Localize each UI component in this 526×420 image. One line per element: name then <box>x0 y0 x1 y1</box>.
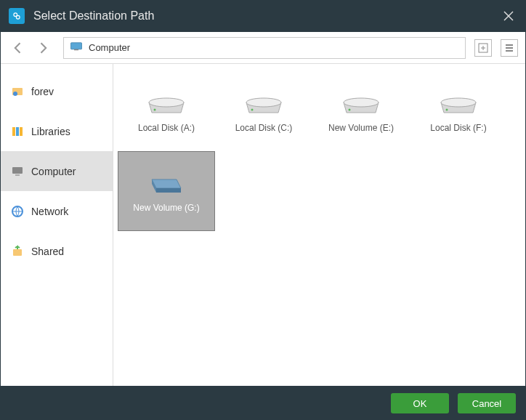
shared-icon <box>11 245 24 258</box>
svg-point-23 <box>154 109 156 111</box>
sidebar-item-network[interactable]: Network <box>1 191 113 231</box>
sidebar-item-libraries[interactable]: Libraries <box>1 111 113 151</box>
network-icon <box>11 205 24 218</box>
forward-button[interactable] <box>33 38 53 58</box>
svg-point-13 <box>13 92 17 96</box>
volume-icon <box>145 169 188 198</box>
svg-rect-5 <box>74 49 78 50</box>
computer-icon <box>70 41 83 54</box>
sidebar-item-shared[interactable]: Shared <box>1 231 113 271</box>
svg-rect-21 <box>13 249 22 256</box>
sidebar-item-label: Libraries <box>31 126 70 137</box>
svg-rect-18 <box>15 174 20 176</box>
window-title: Select Destination Path <box>33 9 500 23</box>
sidebar-item-label: Network <box>31 206 68 217</box>
body: forev Libraries Computer Network <box>1 64 525 386</box>
drive-item[interactable]: Local Disk (F:) <box>410 71 507 151</box>
sidebar: forev Libraries Computer Network <box>1 64 113 386</box>
drive-label: New Volume (E:) <box>328 123 394 133</box>
drive-item[interactable]: Local Disk (C:) <box>215 71 312 151</box>
drive-item-selected[interactable]: New Volume (G:) <box>118 151 215 231</box>
user-icon <box>11 85 24 98</box>
disk-icon <box>242 89 286 118</box>
sidebar-item-label: forev <box>31 86 54 97</box>
svg-rect-4 <box>71 42 82 49</box>
back-button[interactable] <box>8 38 28 58</box>
svg-point-26 <box>344 98 379 107</box>
main-pane: Local Disk (A:) Local Disk (C:) New Volu… <box>113 64 525 386</box>
content-area: Computer forev Libraries <box>0 32 526 387</box>
svg-point-29 <box>446 109 448 111</box>
drive-item[interactable]: Local Disk (A:) <box>118 71 215 151</box>
view-list-button[interactable] <box>501 39 518 57</box>
path-text: Computer <box>89 42 130 53</box>
sidebar-item-computer[interactable]: Computer <box>1 151 113 191</box>
toolbar: Computer <box>1 32 525 64</box>
svg-rect-14 <box>12 127 15 136</box>
drive-item[interactable]: New Volume (E:) <box>312 71 410 151</box>
sidebar-item-label: Computer <box>31 166 76 177</box>
svg-point-25 <box>251 109 254 111</box>
path-bar[interactable]: Computer <box>63 37 466 59</box>
titlebar: Select Destination Path <box>0 0 526 32</box>
svg-point-22 <box>149 98 184 107</box>
svg-rect-17 <box>12 167 23 174</box>
libraries-icon <box>11 125 24 138</box>
disk-icon <box>437 89 480 118</box>
app-icon <box>9 8 25 24</box>
drive-label: Local Disk (F:) <box>430 123 486 133</box>
svg-point-27 <box>349 109 351 111</box>
svg-rect-15 <box>16 127 19 136</box>
drive-label: New Volume (G:) <box>133 203 199 213</box>
svg-rect-16 <box>20 127 23 136</box>
svg-point-28 <box>441 98 476 107</box>
svg-point-1 <box>16 15 20 19</box>
ok-button[interactable]: OK <box>391 393 449 413</box>
new-folder-button[interactable] <box>474 39 492 57</box>
footer: OK Cancel <box>0 387 526 420</box>
drive-label: Local Disk (A:) <box>138 123 195 133</box>
cancel-button[interactable]: Cancel <box>458 393 516 413</box>
sidebar-item-user[interactable]: forev <box>1 71 113 111</box>
sidebar-item-label: Shared <box>31 246 64 257</box>
disk-icon <box>145 89 188 118</box>
disk-icon <box>339 89 383 118</box>
close-button[interactable] <box>500 7 517 25</box>
svg-point-24 <box>246 98 281 107</box>
drive-label: Local Disk (C:) <box>235 123 293 133</box>
computer-icon <box>11 165 24 178</box>
